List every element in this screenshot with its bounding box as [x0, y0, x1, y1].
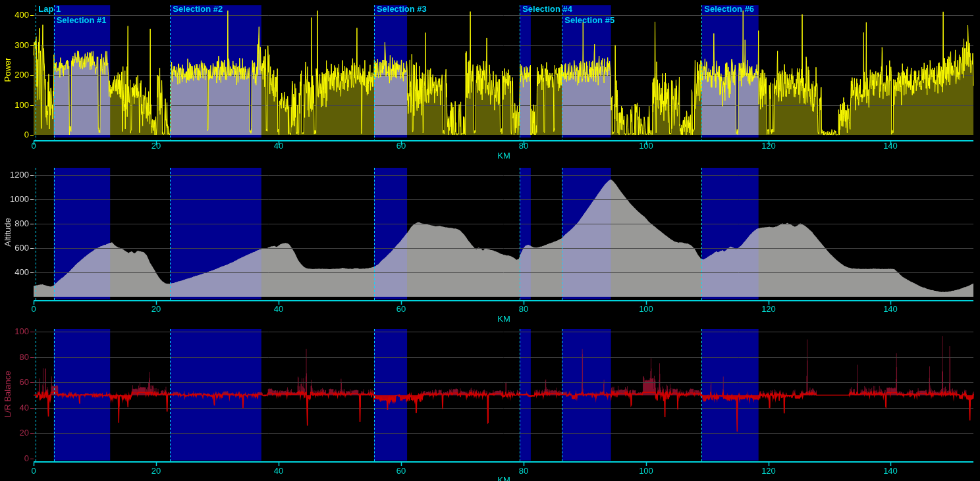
- balance-ytick-label: 60: [0, 378, 29, 387]
- altitude-xtick-label: 140: [875, 305, 906, 314]
- power-ytick-label: 0: [0, 130, 29, 139]
- selection-label: Selection #3: [377, 4, 427, 14]
- altitude-xtick-label: 100: [630, 305, 662, 314]
- balance-chart-panel: L/R Balance 020406080100 020406080100120…: [0, 327, 980, 481]
- balance-xtick-label: 20: [140, 467, 172, 476]
- selection-label: Selection #2: [173, 4, 223, 14]
- balance-plot[interactable]: [0, 327, 980, 481]
- power-ytick-label: 100: [0, 101, 29, 110]
- balance-xtick-label: 40: [263, 467, 294, 476]
- power-xtick-label: 20: [140, 141, 172, 151]
- altitude-ytick-label: 400: [0, 268, 29, 277]
- selection-label: Selection #1: [57, 15, 107, 25]
- balance-xtick-label: 60: [385, 467, 417, 476]
- balance-ytick-label: 20: [0, 428, 29, 438]
- balance-xaxis-title: KM: [484, 475, 524, 481]
- altitude-ytick-label: 1000: [0, 195, 29, 204]
- altitude-chart-panel: Altitude 40060080010001200 0204060801001…: [0, 166, 980, 327]
- altitude-xaxis-title: KM: [484, 314, 524, 324]
- selection-label: Selection #5: [564, 15, 614, 25]
- selection-label: Selection #4: [522, 4, 572, 14]
- altitude-xtick-label: 40: [263, 305, 294, 314]
- altitude-xtick-label: 80: [508, 305, 539, 314]
- balance-ytick-label: 80: [0, 353, 29, 362]
- balance-xtick-label: 120: [753, 467, 784, 476]
- balance-xtick-label: 80: [508, 467, 539, 476]
- balance-xtick-label: 140: [875, 467, 906, 476]
- altitude-ytick-label: 600: [0, 243, 29, 253]
- balance-ytick-label: 100: [0, 327, 29, 336]
- altitude-xtick-label: 0: [18, 305, 49, 314]
- power-xtick-label: 140: [875, 141, 906, 151]
- selection-label: Selection #6: [704, 4, 754, 14]
- balance-xtick-label: 0: [18, 467, 49, 476]
- power-xtick-label: 40: [263, 141, 294, 151]
- power-xaxis-title: KM: [484, 151, 524, 161]
- power-xtick-label: 80: [508, 141, 539, 151]
- altitude-xtick-label: 60: [385, 305, 417, 314]
- balance-ytick-label: 0: [0, 454, 29, 463]
- altitude-ytick-label: 800: [0, 219, 29, 228]
- altitude-xtick-label: 120: [753, 305, 784, 314]
- balance-xtick-label: 100: [630, 467, 662, 476]
- power-xtick-label: 60: [385, 141, 417, 151]
- power-ytick-label: 300: [0, 41, 29, 50]
- altitude-plot[interactable]: [0, 166, 980, 327]
- altitude-xtick-label: 20: [140, 305, 172, 314]
- power-xtick-label: 120: [753, 141, 784, 151]
- lap-label: Lap 1: [38, 4, 61, 14]
- power-xtick-label: 0: [18, 141, 49, 151]
- ride-analysis-view: Power 0100200300400 020406080100120140 K…: [0, 0, 980, 481]
- altitude-ytick-label: 1200: [0, 170, 29, 180]
- power-chart-panel: Power 0100200300400 020406080100120140 K…: [0, 0, 980, 166]
- balance-ytick-label: 40: [0, 403, 29, 413]
- power-ytick-label: 400: [0, 11, 29, 20]
- power-xtick-label: 100: [630, 141, 662, 151]
- power-ytick-label: 200: [0, 70, 29, 80]
